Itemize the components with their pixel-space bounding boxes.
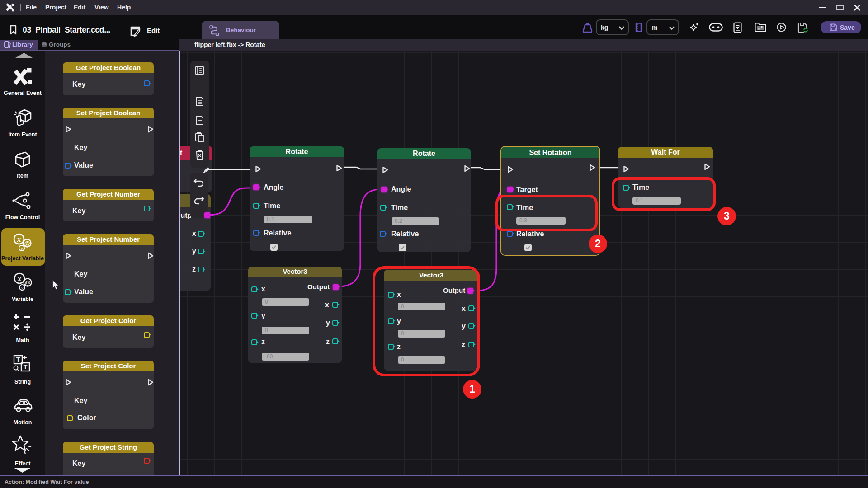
svg-text:@: @ [25,279,31,286]
svg-text:T: T [16,356,20,363]
svg-text:@: @ [24,240,30,247]
svg-text:y: y [20,246,23,251]
svg-text:y: y [21,286,23,290]
svg-text:T: T [24,363,28,371]
svg-text:x: x [17,235,21,244]
svg-text:x: x [17,274,22,283]
